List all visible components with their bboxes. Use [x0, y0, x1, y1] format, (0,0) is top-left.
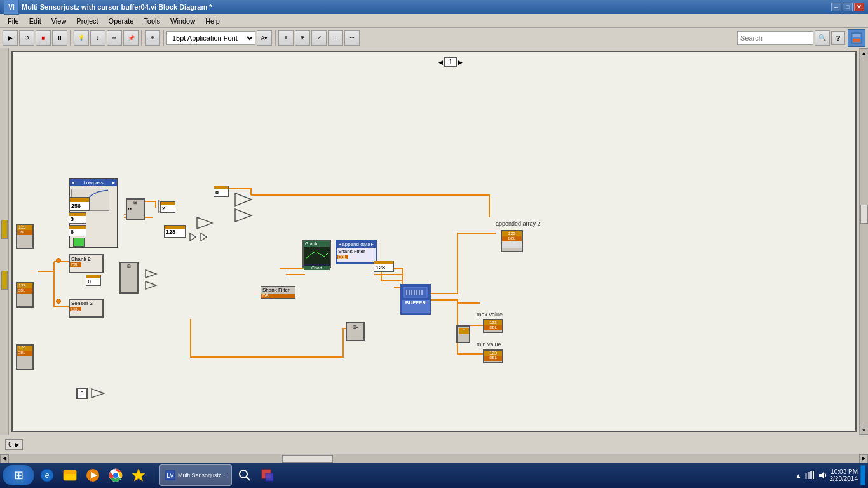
start-button[interactable]: ⊞	[3, 465, 34, 485]
svg-rect-11	[304, 247, 330, 264]
val-256-control[interactable]: 256	[69, 197, 90, 211]
sensor2-dbl: DBL	[70, 307, 81, 311]
scroll-thumb[interactable]	[860, 205, 868, 224]
array-op-1[interactable]: ⊞ ▪▪	[126, 198, 145, 220]
scroll-up-button[interactable]: ▲	[860, 48, 869, 57]
shank-filter-small-block[interactable]: Shank Filter DBL	[261, 286, 295, 299]
reorder-button[interactable]: ↕	[328, 30, 343, 46]
scroll-track[interactable]	[860, 57, 869, 426]
pause-button[interactable]: ⏸	[52, 30, 67, 46]
val-128-display: 128	[165, 229, 185, 235]
menu-tools[interactable]: Tools	[139, 16, 165, 26]
taskbar-chrome-icon[interactable]	[105, 465, 126, 485]
extra-button[interactable]: ⋯	[344, 30, 360, 46]
scroll-right-button[interactable]: ▶	[859, 454, 868, 463]
menu-operate[interactable]: Operate	[104, 16, 139, 26]
maximize-button[interactable]: □	[843, 3, 853, 11]
graph-chart-block[interactable]: Graph Chart	[302, 240, 331, 268]
h-scroll-thumb[interactable]	[282, 455, 333, 463]
highlight-button[interactable]: 💡	[74, 30, 89, 46]
val-128-control[interactable]: 128	[164, 225, 186, 238]
run-continuously-button[interactable]: ↺	[19, 30, 34, 46]
font-select[interactable]: 15pt Application Font	[166, 31, 255, 45]
case-value[interactable]: 1	[444, 57, 457, 67]
menu-help[interactable]: Help	[200, 16, 225, 26]
nav-control[interactable]: 6 ▶	[5, 439, 23, 450]
bool-indicator	[73, 238, 85, 247]
window-controls[interactable]: ─ □ ✕	[831, 3, 864, 11]
menu-window[interactable]: Window	[165, 16, 200, 26]
taskbar-ie-icon[interactable]: e	[37, 465, 57, 485]
append-dbl: DBL	[337, 255, 348, 259]
svg-marker-29	[132, 469, 145, 481]
taskbar-media-icon[interactable]	[83, 465, 103, 485]
block-diagram-canvas[interactable]: ◀ 1 ▶	[11, 51, 857, 432]
lowpass-label: Lowpass	[83, 180, 104, 186]
val-0-control[interactable]: 0	[214, 186, 229, 197]
scroll-left-button[interactable]: ◀	[0, 454, 9, 463]
taskbar-separator	[154, 466, 154, 484]
abort-button[interactable]: ■	[36, 30, 51, 46]
show-desktop-button[interactable]	[860, 465, 865, 485]
svg-rect-39	[813, 471, 814, 479]
close-button[interactable]: ✕	[854, 3, 864, 11]
align-button[interactable]: ≡	[278, 30, 294, 46]
distribute-button[interactable]: ⊞	[295, 30, 310, 46]
svg-text:LV: LV	[166, 472, 174, 479]
font-size-down[interactable]: A▾	[257, 30, 272, 46]
system-tray: ▲ 10:03 PM 2/20/2014	[796, 465, 865, 485]
wire-junction-2	[56, 258, 61, 263]
horizontal-scrollbar[interactable]: ◀ ▶	[0, 454, 868, 463]
svg-text:e: e	[45, 471, 50, 480]
retain-button[interactable]: 📌	[123, 30, 139, 46]
wire-layer	[13, 52, 855, 431]
window-title: Multi Sensorjustz with cursor buffer04.v…	[22, 3, 212, 11]
tray-hide-icon[interactable]: ▲	[796, 472, 802, 479]
step-into-button[interactable]: ⇓	[90, 30, 105, 46]
val-128b-control[interactable]: 128	[374, 261, 394, 272]
menu-edit[interactable]: Edit	[24, 16, 46, 26]
taskbar-favorites-icon[interactable]	[128, 465, 149, 485]
taskbar-explorer-icon[interactable]	[60, 465, 80, 485]
clean-diagram-button[interactable]: ⌘	[145, 30, 160, 46]
taskbar-paint-icon[interactable]	[257, 465, 278, 485]
help-button[interactable]: ?	[831, 31, 845, 45]
buffer-block[interactable]: BUFFER	[400, 284, 431, 315]
left-array-node-bot: 123 DBL	[16, 344, 34, 370]
appended-array-block[interactable]: 123 DBL	[501, 230, 523, 252]
toolbar-sep-3	[163, 30, 164, 46]
svg-rect-24	[64, 470, 76, 474]
menu-project[interactable]: Project	[71, 16, 103, 26]
search-input[interactable]	[737, 31, 813, 45]
arrow-right-1	[145, 269, 158, 280]
val-2-control[interactable]: 2	[160, 201, 175, 213]
menu-file[interactable]: File	[3, 16, 24, 26]
array-builder-node[interactable]: ⊞▪	[346, 322, 365, 341]
comparator-right-large	[234, 192, 253, 208]
step-over-button[interactable]: ⇒	[107, 30, 122, 46]
vertical-scrollbar[interactable]: ▲ ▼	[859, 48, 868, 435]
search-button[interactable]: 🔍	[815, 30, 830, 46]
array-op-2[interactable]: ⊞	[119, 262, 139, 294]
append-data-label: append data	[342, 241, 370, 247]
shank2-block[interactable]: Shank 2 DBL	[69, 254, 104, 273]
val-3-control[interactable]: 3	[69, 212, 86, 224]
windows-taskbar: ⊞ e LV Multi Sensorjustz... ▲	[0, 463, 868, 488]
taskbar-search-icon[interactable]	[234, 465, 255, 485]
sensor2-block[interactable]: Sensor 2 DBL	[69, 299, 104, 318]
val-0b-display: 0	[86, 278, 100, 285]
case-selector-nav[interactable]: ◀ 1 ▶	[438, 57, 463, 67]
resize-button[interactable]: ⤢	[311, 30, 327, 46]
run-button[interactable]: ▶	[3, 30, 18, 46]
minimize-button[interactable]: ─	[831, 3, 841, 11]
append-data-block[interactable]: ◂append data▸ Shank Filter DBL	[336, 240, 377, 264]
toolbar-sep-4	[275, 30, 276, 46]
svg-marker-8	[235, 209, 252, 222]
val-6-control[interactable]: 6	[69, 225, 86, 236]
nav-forward-arrow[interactable]: ▶	[15, 441, 20, 448]
scroll-down-button[interactable]: ▼	[860, 426, 869, 435]
taskbar-labview-button[interactable]: LV Multi Sensorjustz...	[159, 464, 232, 486]
menu-view[interactable]: View	[46, 16, 72, 26]
val-0b-control[interactable]: 0	[86, 274, 101, 286]
h-scroll-track[interactable]	[9, 454, 859, 463]
